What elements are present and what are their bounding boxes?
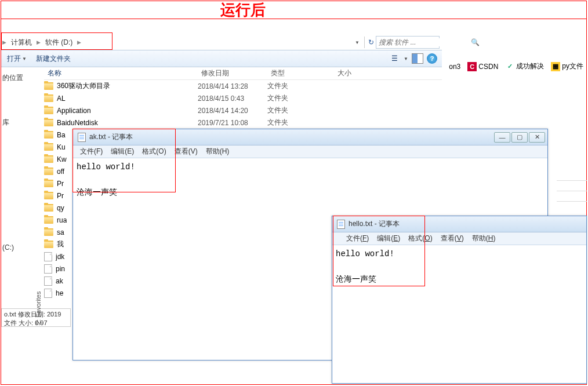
file-name: 360驱动大师目录 — [57, 81, 110, 91]
file-icon — [44, 276, 52, 286]
shortcut-py[interactable]: ▦py文件 — [551, 61, 583, 71]
menu-help[interactable]: 帮助(H) — [202, 145, 233, 158]
folder-icon — [44, 131, 53, 139]
folder-icon — [44, 143, 53, 151]
file-name: AL — [57, 94, 66, 103]
file-row[interactable]: AL2018/4/15 0:43文件夹 — [44, 92, 442, 104]
annotation-highlight — [333, 216, 425, 286]
search-box[interactable]: 🔍 — [376, 36, 440, 49]
folder-icon — [44, 204, 53, 212]
sidebar-label[interactable]: (C:) — [1, 238, 44, 257]
chevron-down-icon[interactable]: ▼ — [404, 56, 408, 61]
file-name: sa — [57, 228, 64, 236]
col-size[interactable]: 大小 — [334, 68, 380, 78]
file-name: 我 — [57, 239, 64, 249]
file-name: pin — [56, 265, 65, 273]
folder-icon — [44, 228, 53, 236]
annotation-highlight — [72, 129, 176, 192]
folder-icon — [44, 216, 53, 224]
col-date[interactable]: 修改日期 — [198, 68, 267, 78]
help-icon[interactable]: ? — [427, 53, 437, 64]
favorites-tab[interactable]: 2: Favorites — [35, 292, 42, 325]
file-icon — [44, 252, 52, 261]
minimize-button[interactable]: — — [494, 132, 510, 143]
file-name: Application — [57, 107, 91, 115]
column-headers: 名称 修改日期 类型 大小 — [44, 67, 442, 80]
menu-view[interactable]: 查看(V) — [437, 232, 467, 245]
file-icon — [44, 264, 52, 274]
file-row[interactable]: BaiduNetdisk2019/7/21 10:08文件夹 — [44, 116, 442, 129]
file-icon — [44, 289, 52, 298]
file-type: 文件夹 — [267, 81, 334, 91]
desktop-shortcuts: on3 CCSDN ✓成功解决 ▦py文件 — [449, 61, 583, 71]
folder-icon — [44, 119, 53, 126]
file-name: Ku — [57, 143, 66, 151]
file-name: ak — [56, 277, 63, 285]
folder-icon — [44, 155, 53, 163]
folder-icon — [44, 82, 53, 90]
file-name: qy — [57, 204, 64, 212]
maximize-button[interactable]: ▢ — [511, 132, 528, 143]
preview-pane-icon[interactable] — [412, 53, 423, 64]
file-row[interactable]: Application2018/4/14 14:20文件夹 — [44, 104, 442, 116]
file-date: 2018/4/14 13:28 — [198, 82, 267, 90]
address-dropdown-icon[interactable]: ▼ — [355, 40, 363, 45]
file-name: Pr — [57, 180, 64, 188]
annotation-title: 运行后 — [220, 0, 266, 20]
refresh-icon[interactable]: ↻ — [364, 37, 375, 48]
sidebar-label[interactable]: 的位置 — [1, 67, 44, 89]
open-button[interactable]: 打开 ▼ — [7, 54, 27, 64]
view-mode-icon[interactable]: ☰ — [389, 53, 400, 64]
folder-icon — [44, 167, 53, 175]
file-name: BaiduNetdisk — [57, 119, 98, 127]
shortcut-solve[interactable]: ✓成功解决 — [505, 61, 544, 71]
file-name: jdk — [56, 253, 64, 261]
file-type: 文件夹 — [267, 105, 334, 115]
file-name: rua — [57, 216, 67, 224]
file-type: 文件夹 — [267, 118, 334, 128]
folder-icon — [44, 192, 53, 199]
new-folder-button[interactable]: 新建文件夹 — [36, 54, 71, 64]
table-stub — [557, 170, 587, 202]
chevron-down-icon: ▼ — [22, 56, 27, 61]
col-name[interactable]: 名称 — [44, 68, 198, 78]
file-name: Ba — [57, 131, 66, 139]
file-name: off — [57, 167, 64, 176]
file-name: Pr — [57, 192, 64, 200]
folder-icon — [44, 94, 53, 102]
file-type: 文件夹 — [267, 93, 334, 103]
toolbar: 打开 ▼ 新建文件夹 ☰ ▼ ? — [1, 50, 442, 67]
annotation-divider — [1, 19, 587, 19]
shortcut-on3[interactable]: on3 — [449, 63, 460, 71]
folder-icon — [44, 241, 53, 248]
close-button[interactable]: ✕ — [529, 132, 545, 143]
folder-icon — [44, 107, 53, 114]
file-name: Kw — [57, 155, 67, 163]
file-row[interactable]: 360驱动大师目录2018/4/14 13:28文件夹 — [44, 80, 442, 92]
sidebar-left: 的位置 库 (C:) — [1, 67, 44, 257]
search-input[interactable] — [376, 38, 469, 46]
col-type[interactable]: 类型 — [267, 68, 334, 78]
file-name: he — [56, 289, 63, 297]
sidebar-label[interactable]: 库 — [1, 112, 44, 133]
folder-icon — [44, 180, 53, 187]
file-date: 2019/7/21 10:08 — [198, 119, 267, 127]
search-icon[interactable]: 🔍 — [469, 38, 482, 46]
annotation-highlight — [1, 32, 112, 50]
menu-help[interactable]: 帮助(H) — [469, 232, 499, 245]
shortcut-csdn[interactable]: CCSDN — [467, 62, 498, 71]
file-date: 2018/4/15 0:43 — [198, 94, 267, 103]
file-date: 2018/4/14 14:20 — [198, 107, 267, 115]
